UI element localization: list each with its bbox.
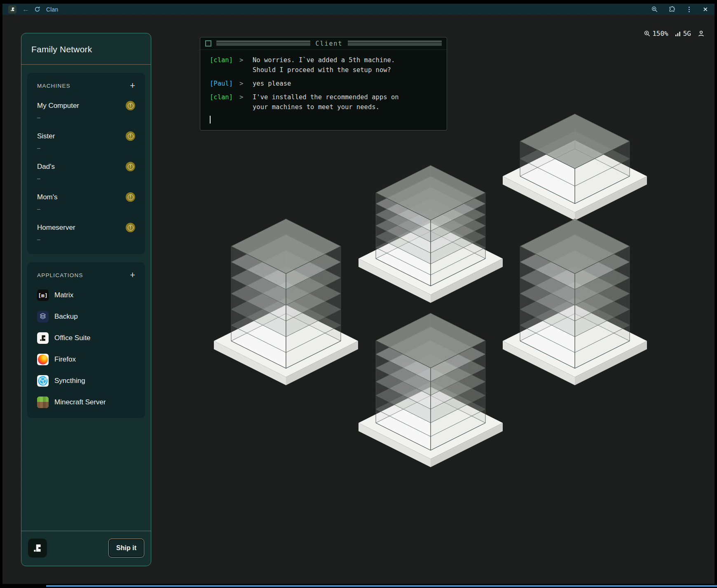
message-prompt: >	[234, 92, 253, 112]
add-machine-button[interactable]: +	[130, 81, 135, 90]
machine-warning-icon: !	[126, 131, 135, 141]
machine-item[interactable]: My Computer!–	[37, 101, 135, 121]
machine-warning-icon: !	[126, 162, 135, 171]
clan-app-icon	[8, 5, 16, 14]
refresh-icon[interactable]	[34, 6, 40, 12]
message-text: yes please	[253, 79, 291, 89]
user-icon[interactable]	[698, 30, 705, 37]
terminal-message: [clan]>I've installed the recommended ap…	[210, 92, 443, 112]
machine-warning-icon: !	[126, 101, 135, 110]
network-indicator: 5G	[675, 30, 691, 37]
close-icon[interactable]: ✕	[703, 6, 708, 13]
machine-item[interactable]: Dad's!–	[37, 162, 135, 182]
clan-logo	[28, 539, 47, 558]
application-item[interactable]: [m]Matrix	[37, 289, 135, 301]
terminal-message: [clan]>No worries. I`ve added a 5th mach…	[210, 55, 443, 75]
terminal-message: [Paul]>yes please	[210, 79, 443, 89]
network-value: 5G	[683, 30, 691, 37]
browser-topbar: ← Clan ⋮ ✕	[2, 4, 715, 15]
clan-glyph-icon	[32, 543, 43, 553]
machine-status: –	[37, 145, 135, 151]
application-name: Backup	[54, 313, 78, 321]
back-icon[interactable]: ←	[22, 5, 29, 14]
applications-list: [m]MatrixBackupOffice SuiteFirefoxSyncth…	[37, 289, 135, 408]
machine-status: –	[37, 114, 135, 121]
machine-status: –	[37, 205, 135, 212]
machine-node-right[interactable]	[503, 219, 647, 385]
machine-name: Sister	[37, 132, 55, 140]
application-item[interactable]: Syncthing	[37, 375, 135, 387]
message-text: I've installed the recommended apps onyo…	[253, 92, 399, 112]
sidebar-footer: Ship it	[21, 531, 151, 566]
machine-name: Homeserver	[37, 224, 75, 232]
machine-status: –	[37, 236, 135, 243]
terminal-title: Client	[315, 40, 342, 47]
application-name: Firefox	[54, 355, 76, 364]
divider	[21, 64, 151, 65]
signal-bars-icon	[675, 31, 682, 37]
application-name: Minecraft Server	[54, 398, 106, 406]
terminal-messages: [clan]>No worries. I`ve added a 5th mach…	[200, 50, 447, 112]
message-prompt: >	[234, 79, 253, 89]
terminal-cursor	[210, 116, 211, 124]
applications-panel: APPLICATIONS + [m]MatrixBackupOffice Sui…	[27, 262, 145, 418]
office-suite-icon	[37, 332, 49, 344]
machine-status: –	[37, 175, 135, 182]
firefox-icon	[37, 354, 49, 365]
machines-section-label: MACHINES	[37, 83, 70, 89]
sidebar: Family Network MACHINES + My Computer!–S…	[21, 33, 151, 566]
sidebar-header: Family Network	[21, 33, 151, 64]
page-title: Family Network	[31, 44, 141, 54]
applications-section-label: APPLICATIONS	[37, 272, 83, 278]
zoom-indicator: 150%	[644, 30, 668, 37]
machine-item[interactable]: Homeserver!–	[37, 223, 135, 243]
application-item[interactable]: Backup	[37, 311, 135, 322]
terminal-titlebar: Client	[200, 37, 447, 50]
minecraft-server-icon	[37, 397, 49, 408]
application-name: Matrix	[54, 291, 73, 299]
clan-glyph-icon	[10, 7, 15, 12]
machine-item[interactable]: Mom's!–	[37, 192, 135, 212]
magnifier-plus-icon	[644, 30, 651, 37]
machine-node-left[interactable]	[214, 219, 358, 385]
zoom-icon[interactable]	[651, 6, 658, 13]
titlebar-stripes	[348, 41, 442, 46]
status-indicators: 150% 5G	[644, 30, 705, 37]
machines-panel: MACHINES + My Computer!–Sister!–Dad's!–M…	[27, 73, 145, 254]
backup-icon	[37, 311, 49, 322]
add-application-button[interactable]: +	[130, 271, 135, 280]
message-sender: [Paul]	[210, 79, 234, 89]
machine-name: Dad's	[37, 163, 55, 171]
application-item[interactable]: Office Suite	[37, 332, 135, 344]
machine-warning-icon: !	[126, 223, 135, 232]
main-canvas-area: 150% 5G Client [clan]>No w	[2, 15, 715, 584]
application-item[interactable]: Firefox	[37, 354, 135, 365]
machine-node-top[interactable]	[358, 166, 503, 303]
machine-name: Mom's	[37, 193, 58, 201]
machine-warning-icon: !	[126, 192, 135, 202]
menu-kebab-icon[interactable]: ⋮	[686, 5, 692, 13]
application-name: Syncthing	[54, 377, 85, 385]
application-item[interactable]: Minecraft Server	[37, 397, 135, 408]
window-checkbox-icon[interactable]	[205, 40, 211, 47]
machine-item[interactable]: Sister!–	[37, 131, 135, 151]
app-window: ← Clan ⋮ ✕	[2, 4, 715, 584]
matrix-icon: [m]	[37, 289, 49, 301]
window-bottom-accent	[46, 585, 717, 587]
machines-list: My Computer!–Sister!–Dad's!–Mom's!–Homes…	[37, 101, 135, 243]
extensions-icon[interactable]	[668, 6, 675, 13]
titlebar-stripes	[216, 41, 310, 46]
syncthing-icon	[37, 375, 49, 387]
machine-name: My Computer	[37, 102, 79, 110]
zoom-level-value: 150%	[652, 30, 668, 37]
message-sender: [clan]	[210, 55, 234, 75]
client-terminal-window: Client [clan]>No worries. I`ve added a 5…	[200, 37, 447, 131]
machine-node-bottom[interactable]	[358, 313, 503, 467]
message-sender: [clan]	[210, 92, 234, 112]
ship-it-button[interactable]: Ship it	[108, 539, 144, 558]
tab-title: Clan	[46, 6, 59, 13]
message-text: No worries. I`ve added a 5th machine.Sho…	[253, 55, 395, 75]
message-prompt: >	[234, 55, 253, 75]
machine-node-new[interactable]	[503, 114, 647, 221]
application-name: Office Suite	[54, 334, 91, 342]
